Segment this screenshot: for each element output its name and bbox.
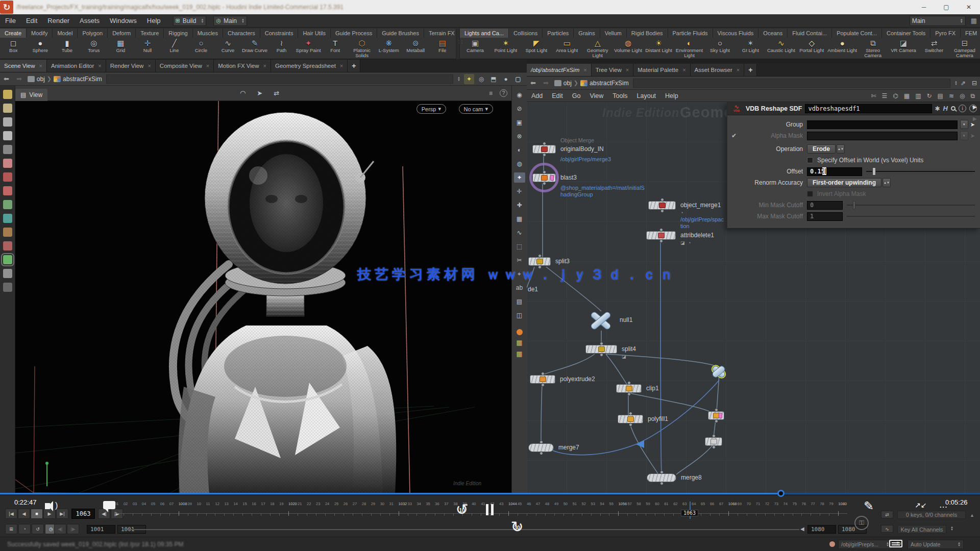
key-all-channels-button[interactable]: Key All Channels — [897, 525, 946, 534]
view-transform-icon[interactable]: ⇄ — [274, 89, 279, 97]
shelf-tab-constraints[interactable]: Constraints — [260, 29, 299, 38]
shelf-tool-circle[interactable]: ○Circle — [188, 38, 215, 59]
close-icon[interactable]: × — [263, 63, 266, 69]
menu-windows[interactable]: Windows — [105, 14, 142, 28]
breadcrumb-obj[interactable]: obj — [552, 80, 574, 87]
shelf-tool-vr-camera[interactable]: ◪VR Camera — [888, 38, 919, 59]
frame-ruler[interactable]: 0102030405060710080910111213141516171819… — [114, 502, 847, 519]
jump-end-button[interactable]: ▶| — [56, 509, 68, 519]
max-mask-slider[interactable] — [847, 212, 975, 221]
breadcrumb-abstractfxsim[interactable]: abstractFxSim — [578, 80, 631, 87]
arrow-tool-icon[interactable] — [3, 117, 12, 127]
view-tab[interactable]: ▤ View — [15, 89, 47, 101]
grid-view-icon[interactable]: ▦ — [904, 92, 910, 99]
network-node-merge8[interactable]: merge8 — [647, 473, 676, 482]
shelf-tab-fem[interactable]: FEM — [961, 29, 980, 38]
layers-icon[interactable]: ▤ — [514, 296, 525, 307]
main-desktop-combo[interactable]: ◎ Main ▲▼ — [213, 16, 247, 26]
select-arrow-icon[interactable]: ➤ — [970, 121, 975, 128]
smooth-tool-icon[interactable] — [3, 186, 12, 195]
ocean-tool-icon[interactable] — [3, 214, 12, 223]
shelf-tool-grid[interactable]: ▦Grid — [107, 38, 134, 59]
motion-fx-icon[interactable]: ∿ — [881, 525, 893, 533]
shelf-tab-vellum[interactable]: Vellum — [600, 29, 627, 38]
network-node-split3[interactable]: split3 — [528, 257, 551, 266]
shelf-tool-spot-light[interactable]: ◤Spot Light — [521, 38, 552, 59]
net-menu-edit[interactable]: Edit — [547, 89, 568, 103]
path-dropdown-icon[interactable]: ▲▼ — [457, 77, 460, 82]
node-body[interactable] — [618, 415, 643, 423]
network-node[interactable] — [705, 437, 722, 446]
video-more-icon[interactable]: ⋯ — [939, 502, 948, 512]
invert-alpha-checkbox[interactable] — [807, 191, 813, 197]
shelf-tab-oceans[interactable]: Oceans — [758, 29, 788, 38]
dropdown-icon[interactable]: ▼ — [960, 131, 968, 140]
range-slider[interactable] — [128, 529, 799, 530]
info-icon[interactable]: i — [959, 105, 966, 112]
persp-view-button[interactable]: Persp▾ — [416, 104, 446, 114]
next-frame-button-dim[interactable]: |▶ — [67, 524, 79, 534]
network-node-attribdelete1[interactable]: attribdelete1◪ ◔ — [646, 231, 676, 240]
network-node[interactable] — [709, 363, 729, 381]
shelf-tool-distant-light[interactable]: ☀Distant Light — [644, 38, 674, 59]
maximize-button[interactable]: ▢ — [935, 0, 958, 14]
close-icon[interactable]: × — [737, 67, 740, 73]
network-node-blast3[interactable]: blast3@shop_materialpath=/mat/initialS h… — [532, 173, 556, 182]
flask-icon[interactable]: ⌬ — [893, 92, 898, 99]
shelf-tool-volume-light[interactable]: ◍Volume Light — [613, 38, 644, 59]
shelf-tool-area-light[interactable]: ▭Area Light — [552, 38, 582, 59]
texture-icon[interactable]: ◍ — [514, 159, 525, 169]
right-desktop-combo[interactable]: Main ▲▼ — [910, 16, 966, 26]
flatten-tool-icon[interactable] — [3, 241, 12, 251]
close-icon[interactable]: × — [39, 63, 42, 69]
text-icon[interactable]: ab — [514, 283, 525, 293]
shelf-tab-particle-fluids[interactable]: Particle Fluids — [668, 29, 713, 38]
close-icon[interactable]: × — [626, 67, 629, 73]
motion-clip-icon[interactable]: ⇄ — [881, 511, 893, 518]
shelf-tool-stereo-camera[interactable]: ⧉Stereo Camera — [857, 38, 888, 59]
node-body[interactable] — [708, 411, 724, 420]
network-editor[interactable]: Indie Edition Geometry — [527, 102, 980, 494]
menu-edit[interactable]: Edit — [21, 14, 42, 28]
list-icon[interactable]: ☰ — [882, 92, 888, 99]
gear-icon[interactable]: ✱ — [935, 105, 940, 112]
jump-start-button[interactable]: |◀ — [5, 509, 17, 519]
shelf-tab-create[interactable]: Create — [0, 29, 27, 38]
close-icon[interactable]: × — [206, 63, 209, 69]
lighting-icon[interactable]: ✦ — [514, 172, 525, 183]
view-select-icon[interactable]: ➤ — [257, 89, 262, 97]
shelf-tool-font[interactable]: TFont — [322, 38, 349, 59]
video-skip-back-button[interactable]: ↺10 — [453, 501, 471, 518]
update-mode-combo[interactable]: Auto Update ▲▼ — [908, 540, 964, 549]
network-node-merge7[interactable]: merge7 — [528, 443, 554, 452]
menu-help[interactable]: Help — [142, 14, 166, 28]
shelf-tab-polygon[interactable]: Polygon — [78, 29, 108, 38]
pin-icon[interactable]: ⇗ — [958, 78, 968, 88]
terrain-tool-icon[interactable] — [3, 200, 12, 209]
network-node-object-merge1[interactable]: object_merge1◔/obj/girlPrep/spac tion — [648, 201, 676, 210]
search-icon[interactable] — [951, 106, 955, 111]
audio-scrub-icon[interactable]: ◔ — [18, 524, 31, 534]
shelf-tab-lights-and-ca[interactable]: Lights and Ca... — [460, 29, 509, 38]
menu-render[interactable]: Render — [42, 14, 75, 28]
path-field[interactable] — [106, 74, 453, 84]
pane-tab-obj-abstractfxsim[interactable]: /obj/abstractFxSim× — [527, 64, 592, 76]
split-icon[interactable]: ⧉ — [970, 92, 975, 99]
context-combo[interactable]: /obj/girlPrep/s... ▲▼ — [838, 540, 892, 549]
operation-spinner[interactable]: ▲▼ — [837, 144, 845, 154]
net-menu-tools[interactable]: Tools — [608, 89, 632, 103]
dark-tool-icon[interactable] — [3, 283, 12, 292]
wire[interactable] — [676, 446, 712, 474]
node-body[interactable] — [705, 437, 722, 446]
shelf-tab-texture[interactable]: Texture — [136, 29, 164, 38]
shelf-tool-l-system[interactable]: ❋L-System — [375, 38, 402, 59]
snapshot-icon[interactable]: ▣ — [514, 117, 525, 128]
shelf-tool-gamepad-camera[interactable]: ⊟Gamepad Camera — [949, 38, 980, 59]
pane-tab-geometry-spreadsheet[interactable]: Geometry Spreadsheet× — [271, 60, 348, 72]
shelf-tab-rigid-bodies[interactable]: Rigid Bodies — [627, 29, 668, 38]
net-menu-help[interactable]: Help — [660, 89, 683, 103]
shelf-tool-tube[interactable]: ▮Tube — [54, 38, 81, 59]
current-frame-marker[interactable]: 1063 — [681, 510, 698, 516]
shelf-tab-grains[interactable]: Grains — [574, 29, 600, 38]
breadcrumb-abstractfxsim[interactable]: abstractFxSim — [52, 76, 104, 83]
